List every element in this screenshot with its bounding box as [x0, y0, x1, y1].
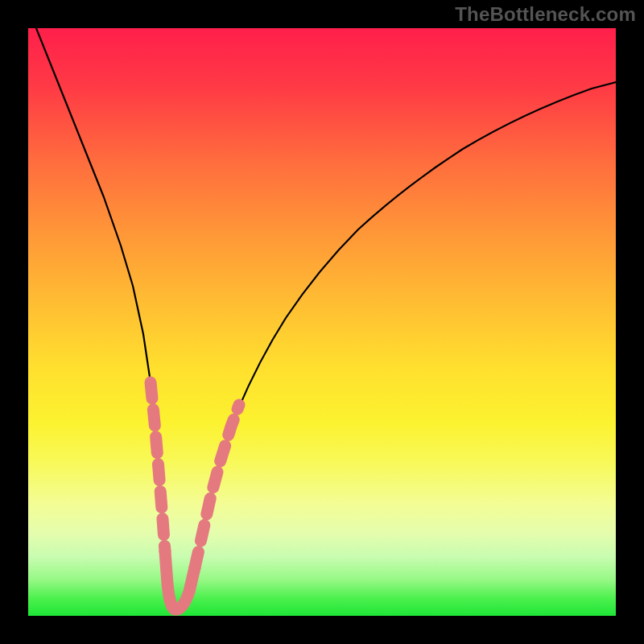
watermark-text: TheBottleneck.com — [455, 3, 636, 26]
bead-cluster-right — [195, 405, 239, 568]
bottleneck-curve — [36, 28, 616, 609]
plot-area — [28, 28, 616, 616]
bead-cluster-left — [151, 382, 165, 551]
chart-svg — [28, 28, 616, 616]
chart-frame: TheBottleneck.com — [0, 0, 644, 644]
